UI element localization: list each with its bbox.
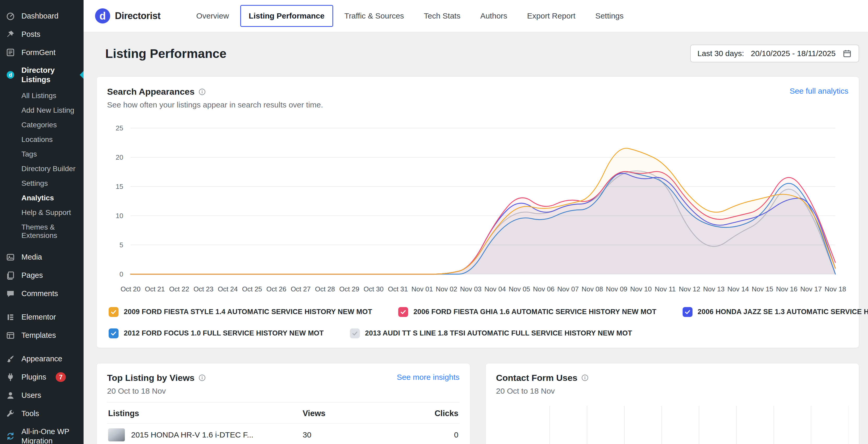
search-appearances-subtitle: See how often your listings appear in se…: [107, 100, 323, 109]
svg-text:Oct 25: Oct 25: [242, 285, 262, 293]
sidebar-item-elementor[interactable]: Elementor: [0, 308, 84, 326]
tab-listing-performance[interactable]: Listing Performance: [240, 5, 333, 27]
svg-text:Nov 02: Nov 02: [436, 285, 457, 293]
date-range-picker[interactable]: Last 30 days: 20/10/2025 - 18/11/2025: [690, 45, 859, 62]
elementor-icon: [5, 312, 16, 322]
info-icon[interactable]: [198, 374, 206, 382]
legend-item-2013-audi-tt-s[interactable]: 2013 AUDI TT S LINE 1.8 TFSI AUTOMATIC F…: [350, 329, 632, 338]
tab-traffic-sources[interactable]: Traffic & Sources: [336, 5, 412, 27]
sidebar-item-pages[interactable]: Pages: [0, 266, 84, 284]
sidebar-item-appearance[interactable]: Appearance: [0, 350, 84, 368]
sidebar-item-label: Templates: [22, 331, 56, 340]
search-appearances-chart: 0510152025Oct 20Oct 21Oct 22Oct 23Oct 24…: [107, 118, 848, 300]
svg-text:10: 10: [116, 212, 123, 220]
sidebar-separator: [0, 303, 84, 308]
tab-authors[interactable]: Authors: [472, 5, 516, 27]
sidebar-item-label: All Listings: [22, 92, 56, 100]
info-icon[interactable]: [581, 374, 589, 382]
sidebar-item-label: All-in-One WP Migration: [22, 427, 78, 444]
sidebar-item-plugins[interactable]: Plugins7: [0, 368, 84, 386]
column-views: Views: [303, 409, 381, 418]
sidebar-item-label: Posts: [22, 30, 40, 39]
sidebar-subitem-all-listings[interactable]: All Listings: [0, 89, 84, 103]
tab-tech-stats[interactable]: Tech Stats: [415, 5, 469, 27]
svg-text:Nov 15: Nov 15: [752, 285, 773, 293]
sidebar-subitem-settings[interactable]: Settings: [0, 176, 84, 191]
checkbox-unchecked-icon[interactable]: [350, 329, 360, 338]
sidebar-item-directory-listings[interactable]: dDirectory Listings: [0, 62, 84, 89]
contact-form-date-range: 20 Oct to 18 Nov: [496, 387, 849, 396]
wp-admin-sidebar: DashboardPostsFormGentdDirectory Listing…: [0, 0, 84, 444]
tab-overview[interactable]: Overview: [188, 5, 238, 27]
sidebar-item-label: Add New Listing: [22, 106, 74, 114]
legend-item-2009-ford-fiesta-style[interactable]: 2009 FORD FIESTA STYLE 1.4 AUTOMATIC SER…: [108, 307, 372, 317]
svg-text:Nov 04: Nov 04: [485, 285, 506, 293]
main-area: d Directorist OverviewListing Performanc…: [84, 0, 868, 444]
tab-settings[interactable]: Settings: [587, 5, 632, 27]
svg-text:Nov 03: Nov 03: [460, 285, 482, 293]
svg-text:Nov 14: Nov 14: [727, 285, 749, 293]
sidebar-item-tools[interactable]: Tools: [0, 405, 84, 423]
dashboard-icon: [5, 11, 16, 21]
posts-icon: [5, 29, 16, 39]
legend-item-2006-ford-fiesta-ghia[interactable]: 2006 FORD FIESTA GHIA 1.6 AUTOMATIC SERV…: [398, 307, 656, 317]
listing-row[interactable]: 2015 HONDA HR-V 1.6 i-DTEC F... 30 0: [107, 424, 460, 444]
info-icon[interactable]: [198, 88, 206, 96]
sidebar-item-label: Directory Listings: [22, 66, 78, 84]
sidebar-subitem-tags[interactable]: Tags: [0, 147, 84, 162]
sidebar-subitem-help-support[interactable]: Help & Support: [0, 205, 84, 220]
templates-icon: [5, 330, 16, 341]
sidebar-item-label: Media: [22, 252, 42, 262]
sidebar-subitem-analytics[interactable]: Analytics: [0, 191, 84, 205]
search-appearances-head: Search Appearances See how often your li…: [107, 87, 848, 109]
tab-export-report[interactable]: Export Report: [519, 5, 584, 27]
legend-item-2006-honda-jazz-se[interactable]: 2006 HONDA JAZZ SE 1.3 AUTOMATIC SERVICE…: [683, 307, 868, 317]
checkbox-checked-icon[interactable]: [108, 307, 119, 317]
date-range-label: Last 30 days:: [698, 49, 744, 58]
app-root: DashboardPostsFormGentdDirectory Listing…: [0, 0, 868, 444]
sidebar-subitem-add-new-listing[interactable]: Add New Listing: [0, 103, 84, 118]
legend-label: 2009 FORD FIESTA STYLE 1.4 AUTOMATIC SER…: [124, 308, 372, 316]
sidebar-item-media[interactable]: Media: [0, 248, 84, 266]
legend-item-2012-ford-focus-1[interactable]: 2012 FORD FOCUS 1.0 FULL SERVICE HISTORY…: [108, 329, 324, 338]
sidebar-item-all-in-one-wp-migration[interactable]: All-in-One WP Migration: [0, 423, 84, 444]
contact-form-uses-card: Contact Form Uses 20 Oct to 18 Nov: [486, 363, 859, 444]
content-area: Listing Performance Last 30 days: 20/10/…: [84, 32, 868, 444]
listing-name: 2015 HONDA HR-V 1.6 i-DTEC F...: [131, 431, 253, 439]
brand-name: Directorist: [115, 10, 161, 22]
svg-text:Nov 18: Nov 18: [825, 285, 846, 293]
sidebar-item-formgent[interactable]: FormGent: [0, 43, 84, 62]
sidebar-item-comments[interactable]: Comments: [0, 284, 84, 303]
checkbox-checked-icon[interactable]: [398, 307, 408, 317]
see-more-insights-link[interactable]: See more insights: [397, 373, 459, 382]
checkbox-checked-icon[interactable]: [683, 307, 692, 317]
sidebar-item-label: Dashboard: [22, 11, 59, 21]
svg-text:Oct 23: Oct 23: [193, 285, 214, 293]
sidebar-item-posts[interactable]: Posts: [0, 25, 84, 43]
sidebar-subitem-locations[interactable]: Locations: [0, 132, 84, 147]
svg-text:Nov 12: Nov 12: [679, 285, 700, 293]
sidebar-item-label: Tags: [22, 150, 37, 158]
sidebar-item-label: Settings: [22, 179, 48, 187]
svg-text:Nov 01: Nov 01: [411, 285, 433, 293]
sidebar-subitem-categories[interactable]: Categories: [0, 118, 84, 132]
sidebar-subitem-themes-extensions[interactable]: Themes & Extensions: [0, 220, 84, 243]
sidebar-subitem-directory-builder[interactable]: Directory Builder: [0, 162, 84, 176]
sidebar-item-label: Themes & Extensions: [22, 223, 57, 239]
tools-icon: [5, 409, 16, 419]
search-appearances-card: Search Appearances See how often your li…: [96, 76, 859, 348]
update-count-badge: 7: [56, 372, 66, 382]
see-full-analytics-link[interactable]: See full analytics: [790, 87, 848, 96]
top-listing-date-range: 20 Oct to 18 Nov: [107, 387, 460, 396]
calendar-icon: [842, 49, 852, 58]
page-title: Listing Performance: [105, 46, 226, 61]
svg-text:0: 0: [120, 270, 123, 278]
checkbox-checked-icon[interactable]: [108, 329, 119, 338]
listing-views: 30: [303, 431, 381, 439]
directorist-logo-icon: d: [95, 8, 110, 24]
sidebar-item-dashboard[interactable]: Dashboard: [0, 7, 84, 25]
legend-label: 2013 AUDI TT S LINE 1.8 TFSI AUTOMATIC F…: [365, 329, 632, 337]
sidebar-item-templates[interactable]: Templates: [0, 326, 84, 345]
sidebar-item-label: Locations: [22, 135, 53, 143]
sidebar-item-users[interactable]: Users: [0, 386, 84, 405]
